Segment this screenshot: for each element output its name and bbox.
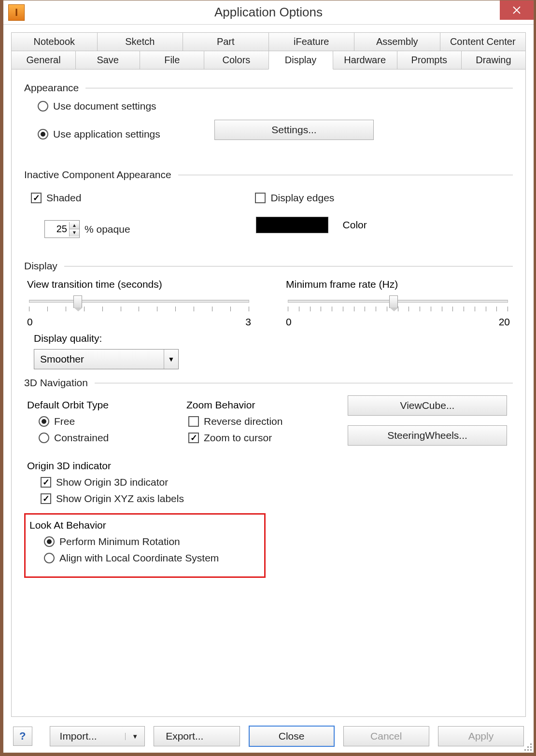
dialog-window: I Application Options Notebook Sketch Pa… xyxy=(3,0,534,753)
radio-icon xyxy=(38,101,48,112)
dialog-footer: ? Import... ▼ Export... Close Cancel App… xyxy=(13,726,524,747)
tab-prompts[interactable]: Prompts xyxy=(397,51,462,70)
dialog-body: Notebook Sketch Part iFeature Assembly C… xyxy=(3,25,534,753)
group-appearance-label: Appearance xyxy=(24,82,79,94)
radio-icon xyxy=(38,129,48,140)
mfr-slider-block: Minimum frame rate (Hz) 0 20 xyxy=(283,279,513,328)
radio-label: Align with Local Coordinate System xyxy=(59,552,219,564)
opaque-input[interactable] xyxy=(45,221,69,238)
tab-sketch[interactable]: Sketch xyxy=(97,32,183,51)
check-shaded[interactable]: Shaded xyxy=(31,192,81,204)
slider-thumb-icon[interactable] xyxy=(73,295,82,308)
import-label: Import... xyxy=(50,730,126,742)
spinner-down-icon[interactable]: ▼ xyxy=(70,229,79,237)
zoom-title: Zoom Behavior xyxy=(186,399,325,411)
tab-general[interactable]: General xyxy=(11,51,76,70)
vtt-slider[interactable] xyxy=(29,300,249,303)
radio-label: Use document settings xyxy=(53,100,156,112)
mfr-label: Minimum frame rate (Hz) xyxy=(286,279,513,290)
close-icon[interactable] xyxy=(500,0,534,20)
radio-orbit-constrained[interactable]: Constrained xyxy=(39,432,164,444)
export-button[interactable]: Export... xyxy=(154,726,240,746)
tab-colors[interactable]: Colors xyxy=(204,51,268,70)
group-display: Display xyxy=(24,260,513,272)
cancel-button[interactable]: Cancel xyxy=(343,726,429,746)
checkbox-icon xyxy=(31,193,42,203)
tab-panel: Appearance Use document settings Use app… xyxy=(11,69,526,717)
help-button[interactable]: ? xyxy=(13,727,32,746)
mfr-min: 0 xyxy=(286,316,292,328)
check-show-labels[interactable]: Show Origin XYZ axis labels xyxy=(41,493,513,504)
check-label: Show Origin XYZ axis labels xyxy=(56,493,184,504)
quality-value: Smoother xyxy=(34,350,164,369)
check-display-edges[interactable]: Display edges xyxy=(255,192,334,204)
radio-min-rotation[interactable]: Perform Minimum Rotation xyxy=(44,536,260,547)
color-swatch[interactable] xyxy=(256,217,328,233)
steeringwheels-button[interactable]: SteeringWheels... xyxy=(348,425,507,446)
checkbox-icon xyxy=(41,477,51,488)
tab-hardware[interactable]: Hardware xyxy=(333,51,397,70)
tab-ifeature[interactable]: iFeature xyxy=(268,32,355,51)
tab-strip: Notebook Sketch Part iFeature Assembly C… xyxy=(11,32,526,70)
radio-align-local[interactable]: Align with Local Coordinate System xyxy=(44,552,260,564)
quality-label: Display quality: xyxy=(34,333,513,344)
opaque-label: % opaque xyxy=(85,224,130,235)
mfr-slider[interactable] xyxy=(288,300,508,303)
check-label: Show Origin 3D indicator xyxy=(56,476,168,488)
slider-thumb-icon[interactable] xyxy=(389,295,398,308)
radio-use-document[interactable]: Use document settings xyxy=(38,100,513,112)
vtt-label: View transition time (seconds) xyxy=(27,279,254,290)
viewcube-button[interactable]: ViewCube... xyxy=(348,395,507,416)
tab-save[interactable]: Save xyxy=(75,51,140,70)
checkbox-icon xyxy=(255,193,266,203)
tab-content-center[interactable]: Content Center xyxy=(440,32,526,51)
check-label: Reverse direction xyxy=(204,416,282,427)
check-label: Shaded xyxy=(46,192,81,204)
check-label: Zoom to cursor xyxy=(204,432,272,444)
radio-icon xyxy=(44,536,55,547)
titlebar: I Application Options xyxy=(3,0,534,25)
apply-button[interactable]: Apply xyxy=(438,726,524,746)
tab-row-1: Notebook Sketch Part iFeature Assembly C… xyxy=(11,32,526,51)
check-show-origin[interactable]: Show Origin 3D indicator xyxy=(41,476,513,488)
resize-grip-icon[interactable] xyxy=(524,743,533,752)
mfr-max: 20 xyxy=(499,316,510,328)
spinner-up-icon[interactable]: ▲ xyxy=(70,222,79,229)
origin-title: Origin 3D indicator xyxy=(27,460,513,472)
lookat-highlight: Look At Behavior Perform Minimum Rotatio… xyxy=(24,513,266,578)
radio-icon xyxy=(39,416,49,427)
opaque-spinner[interactable]: ▲ ▼ xyxy=(44,220,80,238)
group-appearance: Appearance xyxy=(24,82,513,94)
radio-label: Perform Minimum Rotation xyxy=(59,536,180,547)
vtt-min: 0 xyxy=(27,316,33,328)
color-label: Color xyxy=(343,219,367,231)
tab-assembly[interactable]: Assembly xyxy=(354,32,440,51)
tab-notebook[interactable]: Notebook xyxy=(11,32,98,51)
tab-drawing[interactable]: Drawing xyxy=(461,51,526,70)
radio-label: Free xyxy=(54,416,75,427)
chevron-down-icon: ▼ xyxy=(125,733,144,740)
vtt-max: 3 xyxy=(245,316,251,328)
close-button[interactable]: Close xyxy=(249,726,335,747)
help-icon: ? xyxy=(19,730,26,742)
checkbox-icon xyxy=(41,493,51,504)
tab-file[interactable]: File xyxy=(140,51,204,70)
check-zoom-cursor[interactable]: Zoom to cursor xyxy=(188,432,328,444)
vtt-slider-block: View transition time (seconds) 0 3 xyxy=(24,279,254,328)
checkbox-icon xyxy=(188,416,199,427)
check-label: Display edges xyxy=(270,192,334,204)
quality-combo[interactable]: Smoother ▼ xyxy=(34,349,179,369)
opaque-row: ▲ ▼ % opaque xyxy=(44,220,130,238)
group-inactive: Inactive Component Appearance xyxy=(24,169,513,181)
lookat-title: Look At Behavior xyxy=(29,519,260,531)
settings-button[interactable]: Settings... xyxy=(214,120,374,140)
import-button[interactable]: Import... ▼ xyxy=(50,726,145,746)
tab-part[interactable]: Part xyxy=(183,32,269,51)
check-reverse[interactable]: Reverse direction xyxy=(188,416,328,427)
radio-icon xyxy=(39,433,49,443)
radio-orbit-free[interactable]: Free xyxy=(39,416,164,427)
group-display-label: Display xyxy=(24,260,57,272)
group-inactive-label: Inactive Component Appearance xyxy=(24,169,171,181)
group-3dnav-label: 3D Navigation xyxy=(24,377,88,389)
tab-display[interactable]: Display xyxy=(268,51,333,70)
